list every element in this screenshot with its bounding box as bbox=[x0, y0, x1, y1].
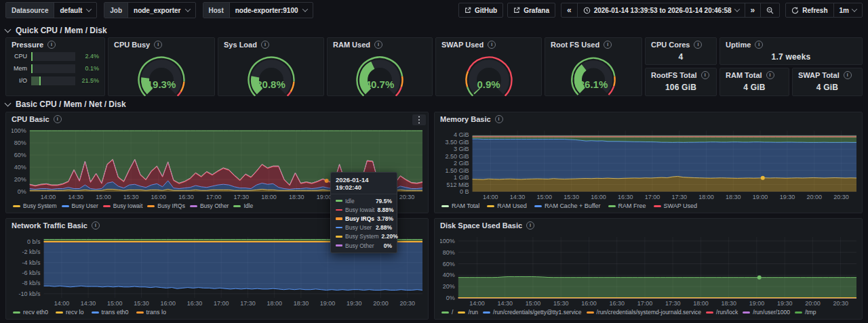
panel-title[interactable]: CPU Busyi bbox=[108, 38, 214, 49]
gauge-panel-swap-used: SWAP Usedi 0.9% bbox=[435, 37, 542, 96]
variable-value-dropdown[interactable]: node_exporter bbox=[127, 3, 195, 18]
panel-title[interactable]: Disk Space Used Basici bbox=[435, 219, 862, 230]
info-icon[interactable]: i bbox=[261, 41, 269, 49]
info-icon[interactable]: i bbox=[374, 41, 382, 49]
panel-title[interactable]: RootFS Totali bbox=[646, 68, 716, 79]
info-icon[interactable]: i bbox=[844, 71, 852, 79]
section-quick-cpu-mem-disk[interactable]: Quick CPU / Mem / Disk bbox=[5, 26, 107, 35]
panel-title[interactable]: Sys Loadi bbox=[218, 38, 323, 49]
grafana-link-button[interactable]: Grafana bbox=[507, 3, 555, 18]
chevron-down-icon bbox=[5, 26, 12, 33]
series-color-dash bbox=[336, 217, 342, 220]
time-shift-back-button[interactable]: « bbox=[561, 3, 578, 18]
svg-text:60%: 60% bbox=[14, 152, 26, 158]
zoom-out-button[interactable] bbox=[760, 3, 780, 18]
info-icon[interactable]: i bbox=[701, 71, 709, 79]
series-color-dash bbox=[92, 311, 99, 314]
legend-item[interactable]: recv eth0 bbox=[13, 309, 48, 316]
panel-menu-icon[interactable] bbox=[412, 114, 426, 125]
legend-item[interactable]: Busy Iowait bbox=[103, 202, 142, 209]
legend-item[interactable]: /run/credentials/systemd-journald.servic… bbox=[587, 309, 701, 316]
section-basic-cpu-mem-net-disk[interactable]: Basic CPU / Mem / Net / Disk bbox=[5, 100, 126, 109]
github-link-button[interactable]: GitHub bbox=[458, 3, 503, 18]
series-color-dash bbox=[336, 244, 342, 246]
variable-label: Host bbox=[203, 3, 229, 18]
gauge-value: 36.1% bbox=[545, 79, 642, 90]
refresh-button[interactable]: Refresh bbox=[785, 3, 833, 18]
legend-item[interactable]: /run bbox=[458, 309, 478, 316]
series-color-dash bbox=[608, 205, 616, 207]
panel-title[interactable]: CPU Coresi bbox=[646, 38, 716, 49]
bar-gauge bbox=[31, 64, 75, 73]
chart-plot[interactable]: 0 B512 MiB1 GiB1.50 GiB2 GiB2.50 GiB3 Gi… bbox=[440, 128, 858, 199]
legend-item[interactable]: /run/credentials/getty@tty1.service bbox=[483, 309, 582, 316]
panel-title[interactable]: CPU Basici bbox=[6, 112, 428, 123]
legend-item[interactable]: RAM Free bbox=[608, 202, 646, 209]
legend-item[interactable]: Busy IRQs bbox=[147, 202, 185, 209]
info-icon[interactable]: i bbox=[92, 221, 100, 230]
variable-value-dropdown[interactable]: default bbox=[54, 3, 96, 18]
time-shift-forward-button[interactable]: » bbox=[745, 3, 762, 18]
legend-item[interactable]: SWAP Used bbox=[654, 202, 698, 209]
panel-title[interactable]: Root FS Usedi bbox=[545, 38, 642, 49]
variable-value-dropdown[interactable]: node-exporter:9100 bbox=[229, 3, 313, 18]
variable-host[interactable]: Host node-exporter:9100 bbox=[203, 2, 313, 18]
clock-icon bbox=[583, 7, 591, 14]
template-variables: Datasource default Job node_exporter Hos… bbox=[5, 2, 320, 18]
legend-item[interactable]: RAM Total bbox=[441, 202, 479, 209]
panel-title[interactable]: SWAP Totali bbox=[793, 68, 862, 79]
time-range-picker[interactable]: 2026-01-14 13:39:53 to 2026-01-14 20:46:… bbox=[577, 3, 745, 18]
chart-legend: / /run /run/credentials/getty@tty1.servi… bbox=[441, 307, 859, 317]
variable-datasource[interactable]: Datasource default bbox=[5, 2, 97, 18]
legend-item[interactable]: RAM Cache + Buffer bbox=[534, 202, 601, 209]
info-icon[interactable]: i bbox=[766, 71, 774, 79]
svg-text:14:30: 14:30 bbox=[81, 300, 96, 307]
svg-text:40%: 40% bbox=[14, 164, 26, 171]
panel-title[interactable]: Memory Basici bbox=[435, 112, 862, 123]
tooltip-row: Idle 79.5% bbox=[331, 196, 397, 205]
svg-text:3 GiB: 3 GiB bbox=[454, 146, 469, 152]
panel-title[interactable]: RAM Totali bbox=[720, 68, 789, 79]
info-icon[interactable]: i bbox=[604, 41, 612, 49]
legend-item[interactable]: trans lo bbox=[136, 309, 167, 316]
legend-item[interactable]: Busy Other bbox=[190, 202, 229, 209]
info-icon[interactable]: i bbox=[47, 41, 56, 49]
legend-item[interactable]: /run/user/1000 bbox=[743, 309, 790, 316]
info-icon[interactable]: i bbox=[54, 115, 62, 123]
panel-title[interactable]: Uptimei bbox=[720, 38, 862, 49]
info-icon[interactable]: i bbox=[495, 115, 503, 123]
svg-text:60%: 60% bbox=[443, 261, 455, 267]
legend-item[interactable]: recv lo bbox=[56, 309, 84, 316]
variable-job[interactable]: Job node_exporter bbox=[104, 2, 195, 18]
chart-plot[interactable]: 0%20%40%60%80%100%14:0014:3015:0015:3016… bbox=[440, 234, 858, 305]
series-color-dash bbox=[147, 205, 155, 207]
svg-text:18:30: 18:30 bbox=[294, 300, 309, 307]
legend-item[interactable]: /tmp bbox=[795, 309, 816, 316]
stat-value: 4 GiB bbox=[793, 83, 862, 92]
bar-gauge bbox=[31, 52, 75, 61]
panel-title[interactable]: SWAP Usedi bbox=[436, 38, 541, 49]
legend-item[interactable]: / bbox=[441, 309, 453, 316]
svg-text:14:30: 14:30 bbox=[510, 194, 526, 200]
info-icon[interactable]: i bbox=[755, 41, 763, 49]
legend-item[interactable]: Busy System bbox=[13, 202, 57, 209]
variable-label: Datasource bbox=[6, 3, 54, 18]
info-icon[interactable]: i bbox=[526, 221, 534, 230]
refresh-interval-dropdown[interactable]: 1m bbox=[833, 3, 863, 18]
series-color-dash bbox=[654, 205, 661, 207]
svg-text:18:30: 18:30 bbox=[726, 194, 741, 200]
info-icon[interactable]: i bbox=[154, 41, 162, 49]
panel-title[interactable]: RAM Usedi bbox=[328, 38, 432, 49]
svg-text:15:30: 15:30 bbox=[134, 300, 149, 307]
info-icon[interactable]: i bbox=[694, 41, 702, 49]
panel-title[interactable]: Pressure i bbox=[6, 38, 104, 49]
legend-item[interactable]: /run/lock bbox=[706, 309, 738, 316]
legend-item[interactable]: RAM Used bbox=[487, 202, 527, 209]
svg-text:20%: 20% bbox=[14, 176, 26, 183]
legend-item[interactable]: trans eth0 bbox=[92, 309, 129, 316]
info-icon[interactable]: i bbox=[488, 41, 496, 49]
svg-text:4 GiB: 4 GiB bbox=[454, 131, 469, 138]
legend-item[interactable]: Idle bbox=[233, 202, 253, 209]
svg-text:-4 kb/s: -4 kb/s bbox=[22, 259, 41, 266]
legend-item[interactable]: Busy User bbox=[62, 202, 98, 209]
